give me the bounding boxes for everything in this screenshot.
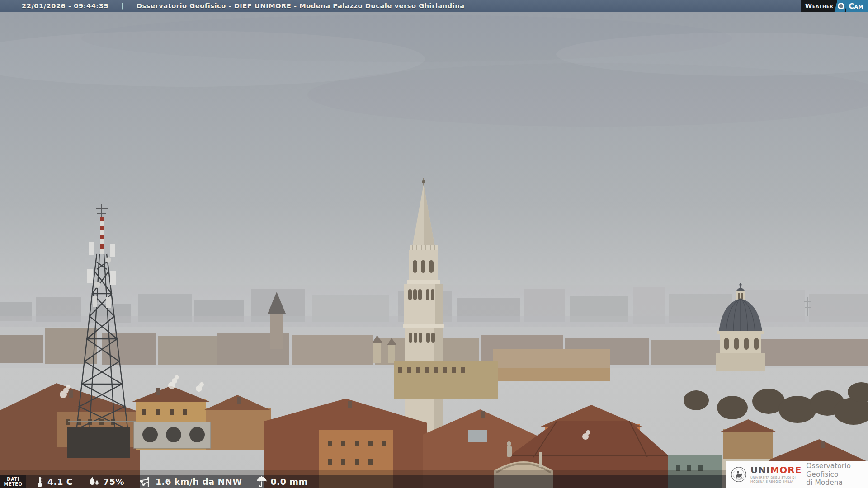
top-info-bar: 22/01/2026 - 09:44:35 | Osservatorio Geo… <box>0 0 868 12</box>
humidity-drops-icon <box>88 476 100 487</box>
humidity-value: 75% <box>103 477 124 487</box>
unimore-wordmark: UNIMORE UNIVERSITÀ DEGLI STUDI DI MODENA… <box>750 465 802 483</box>
observatory-name: Osservatorio Geofisico di Modena <box>806 462 868 487</box>
university-subtitle-line2: MODENA E REGGIO EMILIA <box>750 480 802 483</box>
unimore-branding: UNIMORE UNIVERSITÀ DEGLI STUDI DI MODENA… <box>726 461 868 488</box>
weathercam-logo: Weather Cam <box>801 0 868 12</box>
separator: | <box>121 2 124 9</box>
weathercam-cam-label: Cam <box>846 0 868 12</box>
timestamp: 22/01/2026 - 09:44:35 <box>22 2 108 9</box>
wind-reading: 1.6 km/h da NNW <box>140 476 242 488</box>
webcam-view: 22/01/2026 - 09:44:35 | Osservatorio Geo… <box>0 0 868 488</box>
rain-value: 0.0 mm <box>271 477 308 487</box>
thermometer-icon <box>35 476 44 488</box>
unimore-seal-icon <box>731 464 747 485</box>
anemometer-icon <box>140 476 152 488</box>
weathercam-weather-label: Weather <box>805 2 833 9</box>
palazzo-roofline <box>394 361 498 399</box>
wind-value: 1.6 km/h da NNW <box>156 477 242 487</box>
temperature-value: 4.1 C <box>47 477 73 487</box>
dati-meteo-label: DATI METEO <box>0 475 26 488</box>
university-subtitle-line1: UNIVERSITÀ DEGLI STUDI DI <box>750 476 802 479</box>
humidity-reading: 75% <box>88 476 124 487</box>
unimore-uni-text: UNI <box>750 465 770 475</box>
camera-title: Osservatorio Geofisico - DIEF UNIMORE - … <box>137 2 465 9</box>
camera-lens-icon <box>835 0 848 12</box>
unimore-more-text: MORE <box>770 465 802 475</box>
city-panorama <box>0 0 868 488</box>
umbrella-icon <box>256 476 268 488</box>
rain-reading: 0.0 mm <box>256 476 308 488</box>
temperature-reading: 4.1 C <box>35 476 73 488</box>
